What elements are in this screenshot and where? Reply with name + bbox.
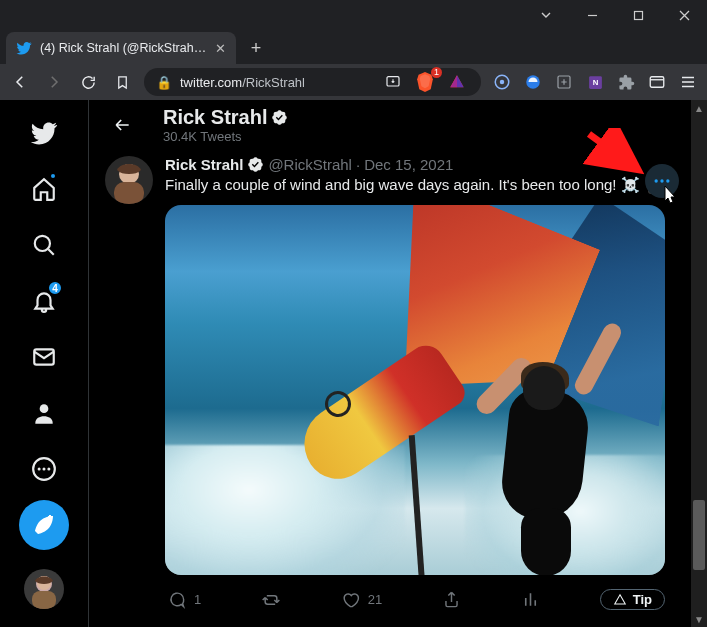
home-notification-dot — [49, 172, 57, 180]
tweet-author-avatar[interactable] — [105, 156, 153, 204]
svg-point-25 — [660, 179, 663, 182]
reply-count: 1 — [194, 592, 201, 607]
tip-label: Tip — [633, 592, 652, 607]
notifications-badge: 4 — [47, 280, 63, 296]
compose-tweet-button[interactable] — [19, 500, 69, 550]
svg-rect-19 — [32, 591, 56, 609]
nav-reload-button[interactable] — [76, 70, 100, 94]
svg-rect-1 — [634, 11, 642, 19]
extension-icon-1[interactable] — [491, 71, 513, 93]
tab-close-icon[interactable]: ✕ — [215, 41, 226, 56]
window-minimize-button[interactable] — [569, 0, 615, 30]
verified-badge-icon — [271, 109, 288, 126]
nav-messages[interactable] — [19, 332, 69, 382]
scroll-thumb[interactable] — [693, 500, 705, 570]
more-horizontal-icon — [652, 171, 672, 191]
tweet-author-name[interactable]: Rick Strahl — [165, 156, 243, 173]
twitter-logo-icon — [30, 119, 58, 147]
extension-icon-3[interactable] — [553, 71, 575, 93]
address-bar[interactable]: 🔒 twitter.com/RickStrahl 1 — [144, 68, 481, 96]
svg-rect-23 — [114, 182, 144, 204]
window-dropdown-button[interactable] — [523, 0, 569, 30]
analytics-button[interactable] — [521, 589, 540, 610]
nav-account-avatar[interactable] — [24, 569, 64, 609]
new-tab-button[interactable]: + — [242, 34, 270, 62]
share-button[interactable] — [442, 589, 461, 610]
extension-icon-2[interactable] — [522, 71, 544, 93]
svg-rect-9 — [650, 77, 664, 88]
svg-point-12 — [40, 404, 49, 413]
nav-notifications[interactable]: 4 — [19, 276, 69, 326]
nav-more[interactable] — [19, 444, 69, 494]
lock-icon: 🔒 — [156, 75, 172, 90]
tab-title: (4) Rick Strahl (@RickStrahl) / Twi — [40, 41, 207, 55]
install-app-icon[interactable] — [381, 70, 405, 94]
svg-point-10 — [35, 236, 50, 251]
share-icon — [442, 590, 461, 609]
skull-emoji-icon: ☠️ — [621, 176, 640, 193]
person-icon — [31, 400, 57, 426]
nav-profile[interactable] — [19, 388, 69, 438]
tweet-head-separator: · — [356, 156, 360, 173]
svg-point-24 — [655, 179, 658, 182]
tweet-media-image[interactable] — [165, 205, 665, 575]
nav-explore[interactable] — [19, 220, 69, 270]
analytics-icon — [521, 590, 540, 609]
tip-icon — [613, 593, 627, 607]
search-icon — [31, 232, 57, 258]
twitter-favicon-icon — [16, 40, 32, 56]
svg-point-16 — [47, 467, 50, 470]
vertical-scrollbar[interactable]: ▲ ▼ — [691, 100, 707, 627]
nav-home[interactable] — [19, 164, 69, 214]
like-button[interactable]: 21 — [341, 589, 382, 610]
tip-button[interactable]: Tip — [600, 589, 665, 610]
envelope-icon — [31, 344, 57, 370]
shield-count-badge: 1 — [431, 67, 442, 78]
extension-icon-4[interactable]: N — [584, 71, 606, 93]
retweet-button[interactable] — [261, 589, 281, 610]
nav-back-button[interactable] — [8, 70, 32, 94]
tweet-more-menu-button[interactable] — [645, 164, 679, 198]
verified-badge-icon — [247, 156, 264, 173]
window-maximize-button[interactable] — [615, 0, 661, 30]
nav-forward-button[interactable] — [42, 70, 66, 94]
extensions-menu-icon[interactable] — [615, 71, 637, 93]
tweet-text: Finally a couple of wind and big wave da… — [165, 175, 691, 195]
main-column: Rick Strahl 30.4K Tweets Rick Strahl @Ri… — [88, 100, 707, 627]
page-content: 4 Rick Strahl 30.4K — [0, 100, 707, 627]
tweet-actions: 1 21 Tip — [89, 583, 681, 610]
arrow-left-icon — [112, 115, 132, 135]
reply-button[interactable]: 1 — [167, 589, 201, 610]
header-back-button[interactable] — [105, 108, 139, 142]
tweet-header: Rick Strahl @RickStrahl · Dec 15, 2021 — [165, 156, 691, 173]
header-profile-name: Rick Strahl — [163, 106, 267, 129]
app-menu-icon[interactable] — [677, 71, 699, 93]
like-count: 21 — [368, 592, 382, 607]
browser-toolbar: 🔒 twitter.com/RickStrahl 1 N — [0, 64, 707, 100]
scroll-up-arrow-icon[interactable]: ▲ — [691, 100, 707, 116]
brave-rewards-icon[interactable] — [445, 70, 469, 94]
tweet: Rick Strahl @RickStrahl · Dec 15, 2021 F… — [89, 152, 707, 583]
svg-point-4 — [500, 80, 505, 85]
svg-point-26 — [666, 179, 669, 182]
browser-tab[interactable]: (4) Rick Strahl (@RickStrahl) / Twi ✕ — [6, 32, 236, 64]
header-tweet-count: 30.4K Tweets — [163, 129, 288, 144]
brave-shield-icon[interactable]: 1 — [413, 70, 437, 94]
window-close-button[interactable] — [661, 0, 707, 30]
more-circle-icon — [31, 456, 57, 482]
scroll-down-arrow-icon[interactable]: ▼ — [691, 611, 707, 627]
feather-plus-icon — [32, 513, 56, 537]
tweet-author-handle[interactable]: @RickStrahl — [268, 156, 352, 173]
tablist-icon[interactable] — [646, 71, 668, 93]
tab-strip: (4) Rick Strahl (@RickStrahl) / Twi ✕ + — [0, 30, 707, 64]
reply-icon — [167, 590, 186, 609]
svg-point-15 — [42, 467, 45, 470]
heart-icon — [341, 590, 360, 609]
svg-point-14 — [38, 467, 41, 470]
svg-text:N: N — [592, 78, 598, 87]
bookmark-button[interactable] — [110, 70, 134, 94]
nav-logo[interactable] — [19, 108, 69, 158]
profile-header: Rick Strahl 30.4K Tweets — [89, 100, 707, 152]
tweet-date[interactable]: Dec 15, 2021 — [364, 156, 453, 173]
window-titlebar — [0, 0, 707, 30]
